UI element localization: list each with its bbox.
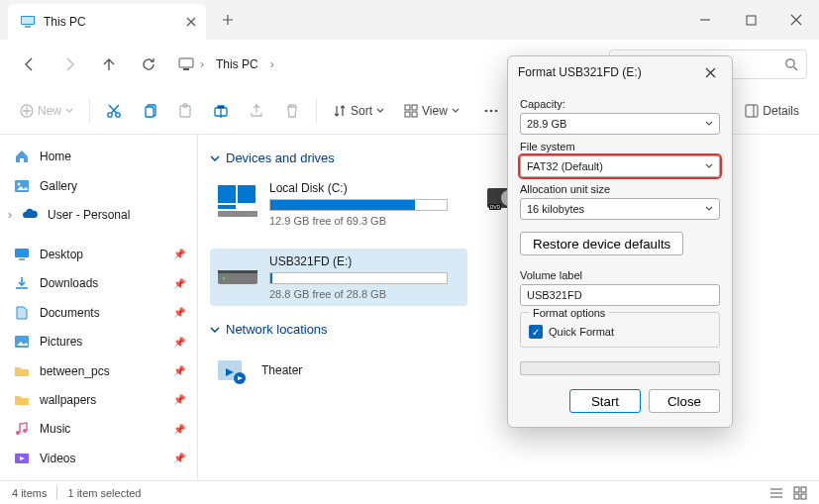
minimize-button[interactable] (682, 0, 728, 40)
new-button[interactable]: New (12, 94, 81, 128)
refresh-button[interactable] (131, 47, 166, 82)
format-dialog: Format USB321FD (E:) Capacity: 28.9 GB F… (507, 55, 733, 428)
drive-name: USB321FD (E:) (269, 254, 461, 268)
chevron-right-icon[interactable]: › (270, 57, 274, 71)
close-tab-icon[interactable] (186, 17, 196, 27)
sidebar-item-between-pcs[interactable]: between_pcs📌 (4, 356, 193, 384)
svg-rect-3 (747, 16, 756, 25)
view-details-icon[interactable] (769, 486, 783, 500)
close-label: Close (667, 394, 701, 409)
label: Music (40, 422, 70, 436)
alloc-label: Allocation unit size (520, 183, 720, 195)
drive-name: Local Disk (C:) (269, 181, 461, 195)
filesystem-label: File system (520, 141, 720, 152)
svg-rect-10 (146, 107, 154, 117)
label: Documents (40, 306, 100, 320)
videos-icon (14, 451, 30, 466)
dialog-titlebar[interactable]: Format USB321FD (E:) (508, 56, 732, 88)
svg-rect-48 (801, 494, 806, 499)
tab-title: This PC (44, 15, 86, 29)
svg-rect-2 (25, 26, 31, 28)
chevron-right-icon[interactable]: › (200, 57, 204, 71)
crumb-this-pc[interactable]: This PC (210, 53, 264, 75)
sidebar-item-documents[interactable]: Documents📌 (4, 299, 193, 327)
pin-icon: 📌 (173, 249, 185, 259)
up-button[interactable] (91, 47, 127, 82)
maximize-button[interactable] (728, 0, 773, 40)
sort-label: Sort (351, 104, 372, 118)
svg-point-42 (223, 277, 226, 280)
sidebar-item-downloads[interactable]: Downloads📌 (4, 269, 193, 297)
view-button[interactable]: View (396, 94, 467, 128)
svg-rect-14 (405, 105, 410, 110)
close-button[interactable]: Close (649, 389, 720, 413)
start-button[interactable]: Start (569, 389, 641, 413)
capacity-bar (269, 272, 448, 284)
sidebar-item-gallery[interactable]: Gallery (4, 171, 193, 199)
sidebar-item-music[interactable]: Music📌 (4, 415, 193, 443)
checkbox-checked-icon: ✓ (529, 325, 543, 339)
sidebar-item-user[interactable]: ›User - Personal (4, 201, 193, 229)
label: Pictures (40, 335, 82, 349)
pin-icon: 📌 (173, 307, 185, 318)
gallery-icon (14, 178, 30, 194)
media-device-icon (214, 354, 250, 386)
format-options-group: Format options ✓ Quick Format (520, 312, 720, 348)
network-item-label: Theater (261, 363, 302, 377)
details-pane-button[interactable]: Details (737, 94, 807, 128)
paste-button[interactable] (169, 94, 201, 128)
view-label: View (422, 104, 448, 118)
svg-rect-26 (15, 336, 29, 348)
capacity-value: 28.9 GB (527, 118, 566, 130)
svg-rect-21 (746, 105, 758, 117)
volume-label-input[interactable]: USB321FD (520, 284, 720, 306)
status-items: 4 items (12, 487, 47, 499)
quick-format-checkbox[interactable]: ✓ Quick Format (529, 325, 711, 339)
dialog-close-button[interactable] (698, 60, 722, 84)
chevron-right-icon[interactable]: › (8, 208, 12, 222)
titlebar: This PC (0, 0, 819, 40)
svg-point-19 (490, 109, 493, 112)
home-icon (14, 149, 30, 164)
svg-rect-46 (801, 487, 806, 492)
drive-icon (216, 183, 259, 219)
sidebar-item-wallpapers[interactable]: wallpapers📌 (4, 386, 193, 414)
pictures-icon (14, 334, 30, 350)
new-tab-button[interactable] (210, 2, 246, 38)
label: Desktop (40, 248, 83, 261)
group-title: Devices and drives (226, 151, 335, 165)
svg-rect-32 (218, 205, 236, 209)
sidebar-item-videos[interactable]: Videos📌 (4, 445, 193, 472)
copy-button[interactable] (134, 94, 165, 128)
sidebar-item-home[interactable]: Home (4, 143, 193, 170)
pin-icon: 📌 (173, 365, 185, 376)
drive-local-c[interactable]: Local Disk (C:) 12.9 GB free of 69.3 GB (210, 175, 467, 233)
share-button[interactable] (241, 94, 272, 128)
close-window-button[interactable] (773, 0, 819, 40)
drive-usb-e[interactable]: USB321FD (E:) 28.8 GB free of 28.8 GB (210, 249, 467, 306)
forward-button[interactable] (51, 47, 87, 82)
capacity-select[interactable]: 28.9 GB (520, 113, 720, 135)
sidebar-item-pictures[interactable]: Pictures📌 (4, 328, 193, 355)
view-tiles-icon[interactable] (793, 486, 807, 500)
svg-rect-22 (15, 180, 29, 192)
delete-button[interactable] (276, 94, 308, 128)
label: Gallery (40, 179, 77, 193)
sort-button[interactable]: Sort (325, 94, 392, 128)
alloc-select[interactable]: 16 kilobytes (520, 198, 720, 220)
cut-button[interactable] (98, 94, 130, 128)
rename-button[interactable] (205, 94, 237, 128)
svg-rect-16 (405, 112, 410, 117)
label: Videos (40, 452, 75, 465)
more-button[interactable] (475, 94, 507, 128)
svg-point-20 (495, 109, 498, 112)
restore-defaults-button[interactable]: Restore device defaults (520, 232, 683, 255)
pin-icon: 📌 (173, 394, 185, 405)
tab-this-pc[interactable]: This PC (8, 4, 206, 40)
back-button[interactable] (12, 47, 48, 82)
chevron-down-icon (705, 162, 713, 170)
sidebar-item-desktop[interactable]: Desktop📌 (4, 241, 193, 268)
filesystem-select[interactable]: FAT32 (Default) (520, 155, 720, 177)
svg-rect-25 (19, 258, 25, 260)
status-bar: 4 items 1 item selected (0, 480, 819, 504)
